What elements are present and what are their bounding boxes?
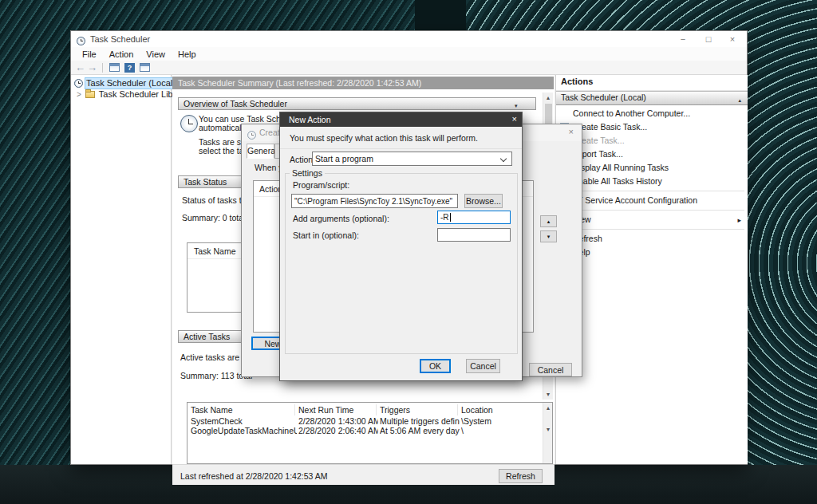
tab-general[interactable]: General	[247, 144, 274, 159]
program-input[interactable]: "C:\Program Files\SyncToy 2.1\SyncToy.ex…	[291, 194, 458, 208]
task-scheduler-icon	[74, 79, 83, 88]
overview-clock-icon	[180, 115, 198, 132]
actions-separator	[559, 191, 744, 191]
scroll-down-icon[interactable]: ▾	[543, 424, 553, 435]
browse-button[interactable]: Browse...	[464, 194, 503, 208]
table-cell[interactable]: 2/28/2020 1:43:00 AM	[298, 416, 378, 426]
overview-section-title: Overview of Task Scheduler	[184, 99, 287, 108]
new-action-title: New Action	[289, 115, 331, 124]
summary-status-bar: Last refreshed at 2/28/2020 1:42:53 AM R…	[172, 464, 555, 485]
action-item-help[interactable]: Help	[556, 246, 748, 259]
app-clock-icon	[77, 37, 85, 45]
settings-label: Settings	[290, 168, 325, 178]
forward-icon[interactable]: →	[86, 61, 98, 73]
last-refreshed-text: Last refreshed at 2/28/2020 1:42:53 AM	[180, 471, 327, 481]
table-cell[interactable]: GoogleUpdateTaskMachineUA	[191, 426, 297, 435]
minimize-button[interactable]: −	[672, 31, 694, 47]
scroll-up-icon[interactable]: ▴	[543, 93, 553, 103]
table-column-task-name[interactable]: Task Name	[191, 405, 297, 415]
arguments-label: Add arguments (optional):	[293, 214, 389, 223]
column-divider	[294, 404, 295, 415]
library-folder-icon	[85, 91, 95, 98]
menu-action[interactable]: Action	[103, 49, 140, 59]
table-column-location[interactable]: Location	[461, 405, 538, 415]
scroll-up-icon[interactable]: ▴	[543, 403, 553, 413]
action-item-connect-to-another-computer[interactable]: Connect to Another Computer...	[556, 107, 748, 120]
table-cell[interactable]: Multiple triggers defined	[380, 416, 460, 426]
show-console-tree-icon[interactable]	[109, 63, 120, 72]
summary-pane-header: Task Scheduler Summary (Last refreshed: …	[172, 77, 554, 89]
actions-group-bar[interactable]: Task Scheduler (Local) ▴	[556, 91, 748, 105]
tree-item-label: Task Scheduler (Local)	[85, 78, 178, 89]
arguments-input[interactable]: -R	[437, 211, 511, 224]
dialog-clock-icon	[247, 131, 256, 140]
move-down-button[interactable]: ▾	[540, 230, 557, 242]
title-bar[interactable]: Task Scheduler − □ ×	[71, 31, 747, 47]
table-column-next-run-time[interactable]: Next Run Time	[298, 405, 378, 415]
table-cell[interactable]: SystemCheck	[191, 416, 297, 426]
close-icon[interactable]: ×	[569, 127, 574, 136]
ok-button[interactable]: OK	[420, 359, 451, 373]
action-item-label: Enable All Tasks History	[573, 176, 662, 186]
startin-input[interactable]	[437, 228, 511, 242]
action-item-refresh[interactable]: Refresh	[556, 232, 748, 246]
table-cell[interactable]: 2/28/2020 2:06:40 AM	[298, 426, 378, 435]
action-item-enable-all-tasks-history[interactable]: Enable All Tasks History	[556, 175, 748, 188]
action-item-view[interactable]: View▸	[556, 213, 748, 226]
action-item-label: Connect to Another Computer...	[573, 108, 690, 118]
tree-item-task-scheduler-library[interactable]: > Task Scheduler Library	[77, 89, 188, 99]
close-icon[interactable]: ×	[512, 114, 517, 124]
show-action-pane-icon[interactable]	[140, 63, 150, 72]
table-cell[interactable]: \	[461, 426, 538, 435]
action-item-label: AT Service Account Configuration	[573, 195, 697, 205]
menu-help[interactable]: Help	[172, 49, 203, 59]
new-action-title-bar[interactable]: New Action ×	[280, 112, 522, 127]
action-selected-value: Start a program	[315, 154, 373, 163]
overview-section-bar[interactable]: Overview of Task Scheduler ▾	[178, 97, 536, 110]
scroll-down-icon[interactable]: ▾	[543, 389, 553, 400]
actions-list: Connect to Another Computer...Create Bas…	[556, 105, 748, 259]
help-icon[interactable]: ?	[124, 63, 135, 73]
refresh-button[interactable]: Refresh	[499, 469, 543, 483]
close-button[interactable]: ×	[721, 31, 744, 47]
collapse-arrow-icon[interactable]: ▾	[515, 100, 518, 112]
action-item-import-task[interactable]: Import Task...	[556, 148, 748, 161]
action-item-label: Display All Running Tasks	[573, 163, 669, 172]
action-item-at-service-account-configuration[interactable]: AT Service Account Configuration	[556, 194, 748, 207]
toolbar-separator	[102, 63, 103, 73]
table-cell[interactable]: At 5:06 AM every day - ...	[380, 426, 460, 435]
arguments-value: -R	[440, 213, 449, 222]
chevron-down-icon	[500, 156, 507, 162]
console-tree-pane: Task Scheduler (Local) > Task Scheduler …	[71, 75, 172, 464]
menu-view[interactable]: View	[140, 49, 172, 59]
move-up-button[interactable]: ▴	[540, 215, 557, 227]
startin-label: Start in (optional):	[293, 230, 359, 240]
back-icon[interactable]: ←	[74, 61, 86, 73]
instruction-text: You must specify what action this task w…	[290, 133, 478, 143]
window-title: Task Scheduler	[90, 34, 150, 44]
table-scrollbar[interactable]: ▴ ▾	[543, 403, 553, 464]
actions-header: Actions	[556, 75, 748, 91]
actions-pane: Actions Task Scheduler (Local) ▴ Connect…	[555, 75, 748, 464]
task-status-title: Task Status	[184, 177, 227, 187]
action-item-create-basic-task[interactable]: Create Basic Task...	[556, 120, 748, 134]
action-item-display-all-running-tasks[interactable]: Display All Running Tasks	[556, 161, 748, 175]
actions-separator	[559, 210, 744, 211]
cancel-button[interactable]: Cancel	[466, 359, 500, 373]
table-cell[interactable]: \System	[461, 416, 538, 426]
action-combobox[interactable]: Start a program	[312, 152, 512, 166]
actions-separator	[559, 229, 744, 230]
menu-file[interactable]: File	[76, 49, 103, 59]
program-value: "C:\Program Files\SyncToy 2.1\SyncToy.ex…	[294, 197, 452, 206]
create-task-cancel-button[interactable]: Cancel	[529, 363, 572, 376]
new-action-dialog: New Action × You must specify what actio…	[279, 112, 523, 381]
collapse-arrow-icon[interactable]: ▴	[738, 94, 741, 106]
expand-chevron-icon[interactable]: >	[77, 90, 81, 99]
active-tasks-table[interactable]: Task NameNext Run TimeTriggersLocation S…	[187, 402, 553, 464]
task-status-list-header[interactable]: Task Name	[194, 246, 236, 256]
maximize-button[interactable]: □	[697, 31, 720, 47]
tree-item-task-scheduler-local[interactable]: Task Scheduler (Local)	[74, 78, 178, 88]
program-label: Program/script:	[293, 180, 349, 190]
table-column-triggers[interactable]: Triggers	[380, 405, 460, 415]
toolbar: ← → ?	[71, 61, 747, 75]
